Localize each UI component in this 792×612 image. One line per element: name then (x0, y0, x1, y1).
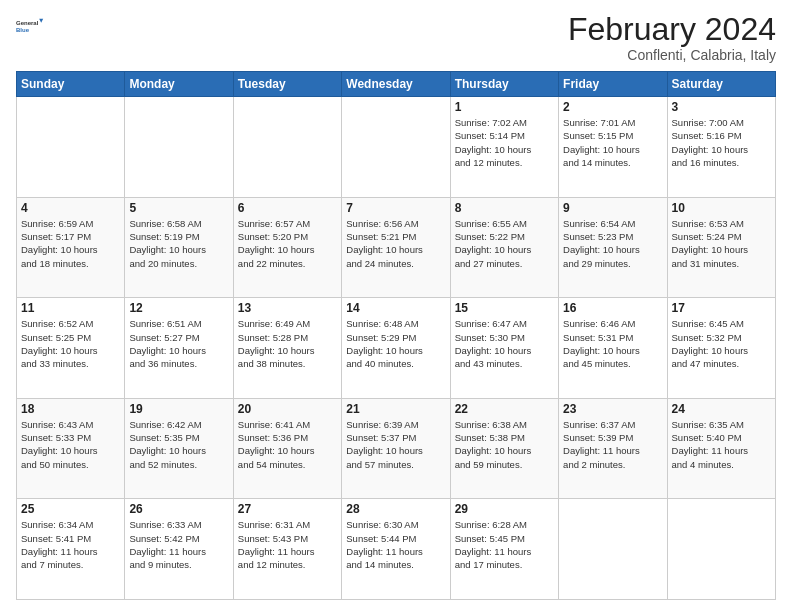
calendar-cell: 9Sunrise: 6:54 AM Sunset: 5:23 PM Daylig… (559, 197, 667, 298)
calendar-header-cell: Monday (125, 72, 233, 97)
day-number: 23 (563, 402, 662, 416)
calendar-cell: 13Sunrise: 6:49 AM Sunset: 5:28 PM Dayli… (233, 298, 341, 399)
day-number: 21 (346, 402, 445, 416)
calendar-week-row: 4Sunrise: 6:59 AM Sunset: 5:17 PM Daylig… (17, 197, 776, 298)
day-number: 9 (563, 201, 662, 215)
day-number: 20 (238, 402, 337, 416)
calendar-cell: 22Sunrise: 6:38 AM Sunset: 5:38 PM Dayli… (450, 398, 558, 499)
calendar-cell: 8Sunrise: 6:55 AM Sunset: 5:22 PM Daylig… (450, 197, 558, 298)
calendar-cell: 10Sunrise: 6:53 AM Sunset: 5:24 PM Dayli… (667, 197, 775, 298)
day-number: 7 (346, 201, 445, 215)
calendar-cell: 25Sunrise: 6:34 AM Sunset: 5:41 PM Dayli… (17, 499, 125, 600)
day-info: Sunrise: 6:33 AM Sunset: 5:42 PM Dayligh… (129, 518, 228, 571)
calendar-cell: 17Sunrise: 6:45 AM Sunset: 5:32 PM Dayli… (667, 298, 775, 399)
day-number: 12 (129, 301, 228, 315)
day-info: Sunrise: 6:56 AM Sunset: 5:21 PM Dayligh… (346, 217, 445, 270)
day-number: 22 (455, 402, 554, 416)
day-info: Sunrise: 6:43 AM Sunset: 5:33 PM Dayligh… (21, 418, 120, 471)
svg-marker-2 (39, 19, 43, 23)
calendar-cell: 12Sunrise: 6:51 AM Sunset: 5:27 PM Dayli… (125, 298, 233, 399)
page: General Blue February 2024 Conflenti, Ca… (0, 0, 792, 612)
day-info: Sunrise: 6:49 AM Sunset: 5:28 PM Dayligh… (238, 317, 337, 370)
day-number: 15 (455, 301, 554, 315)
calendar-cell: 5Sunrise: 6:58 AM Sunset: 5:19 PM Daylig… (125, 197, 233, 298)
calendar-cell: 14Sunrise: 6:48 AM Sunset: 5:29 PM Dayli… (342, 298, 450, 399)
day-info: Sunrise: 6:55 AM Sunset: 5:22 PM Dayligh… (455, 217, 554, 270)
calendar-header-cell: Sunday (17, 72, 125, 97)
calendar-cell: 4Sunrise: 6:59 AM Sunset: 5:17 PM Daylig… (17, 197, 125, 298)
logo-icon: General Blue (16, 12, 44, 40)
calendar-cell: 21Sunrise: 6:39 AM Sunset: 5:37 PM Dayli… (342, 398, 450, 499)
calendar-cell: 28Sunrise: 6:30 AM Sunset: 5:44 PM Dayli… (342, 499, 450, 600)
calendar-cell: 27Sunrise: 6:31 AM Sunset: 5:43 PM Dayli… (233, 499, 341, 600)
logo: General Blue (16, 12, 44, 40)
day-number: 26 (129, 502, 228, 516)
day-number: 10 (672, 201, 771, 215)
day-info: Sunrise: 6:45 AM Sunset: 5:32 PM Dayligh… (672, 317, 771, 370)
calendar-header-cell: Tuesday (233, 72, 341, 97)
calendar-cell: 1Sunrise: 7:02 AM Sunset: 5:14 PM Daylig… (450, 97, 558, 198)
day-number: 18 (21, 402, 120, 416)
calendar-cell: 3Sunrise: 7:00 AM Sunset: 5:16 PM Daylig… (667, 97, 775, 198)
calendar-cell: 6Sunrise: 6:57 AM Sunset: 5:20 PM Daylig… (233, 197, 341, 298)
calendar-cell: 24Sunrise: 6:35 AM Sunset: 5:40 PM Dayli… (667, 398, 775, 499)
day-info: Sunrise: 6:42 AM Sunset: 5:35 PM Dayligh… (129, 418, 228, 471)
day-info: Sunrise: 6:39 AM Sunset: 5:37 PM Dayligh… (346, 418, 445, 471)
day-number: 16 (563, 301, 662, 315)
calendar-cell: 15Sunrise: 6:47 AM Sunset: 5:30 PM Dayli… (450, 298, 558, 399)
calendar-cell: 29Sunrise: 6:28 AM Sunset: 5:45 PM Dayli… (450, 499, 558, 600)
day-number: 2 (563, 100, 662, 114)
day-number: 24 (672, 402, 771, 416)
calendar-cell (125, 97, 233, 198)
day-info: Sunrise: 6:51 AM Sunset: 5:27 PM Dayligh… (129, 317, 228, 370)
calendar-header-cell: Wednesday (342, 72, 450, 97)
main-title: February 2024 (568, 12, 776, 47)
calendar-cell (342, 97, 450, 198)
day-info: Sunrise: 6:54 AM Sunset: 5:23 PM Dayligh… (563, 217, 662, 270)
calendar-cell: 16Sunrise: 6:46 AM Sunset: 5:31 PM Dayli… (559, 298, 667, 399)
day-number: 11 (21, 301, 120, 315)
calendar-cell: 19Sunrise: 6:42 AM Sunset: 5:35 PM Dayli… (125, 398, 233, 499)
calendar-header-row: SundayMondayTuesdayWednesdayThursdayFrid… (17, 72, 776, 97)
svg-text:Blue: Blue (16, 27, 30, 33)
calendar-week-row: 25Sunrise: 6:34 AM Sunset: 5:41 PM Dayli… (17, 499, 776, 600)
day-number: 3 (672, 100, 771, 114)
day-info: Sunrise: 6:58 AM Sunset: 5:19 PM Dayligh… (129, 217, 228, 270)
day-info: Sunrise: 6:30 AM Sunset: 5:44 PM Dayligh… (346, 518, 445, 571)
calendar-table: SundayMondayTuesdayWednesdayThursdayFrid… (16, 71, 776, 600)
day-info: Sunrise: 7:02 AM Sunset: 5:14 PM Dayligh… (455, 116, 554, 169)
calendar-cell (233, 97, 341, 198)
calendar-cell (17, 97, 125, 198)
day-info: Sunrise: 7:00 AM Sunset: 5:16 PM Dayligh… (672, 116, 771, 169)
day-info: Sunrise: 6:35 AM Sunset: 5:40 PM Dayligh… (672, 418, 771, 471)
calendar-week-row: 11Sunrise: 6:52 AM Sunset: 5:25 PM Dayli… (17, 298, 776, 399)
day-number: 17 (672, 301, 771, 315)
day-info: Sunrise: 6:46 AM Sunset: 5:31 PM Dayligh… (563, 317, 662, 370)
day-info: Sunrise: 6:37 AM Sunset: 5:39 PM Dayligh… (563, 418, 662, 471)
subtitle: Conflenti, Calabria, Italy (568, 47, 776, 63)
calendar-cell: 7Sunrise: 6:56 AM Sunset: 5:21 PM Daylig… (342, 197, 450, 298)
calendar-cell: 20Sunrise: 6:41 AM Sunset: 5:36 PM Dayli… (233, 398, 341, 499)
day-number: 25 (21, 502, 120, 516)
calendar-cell: 2Sunrise: 7:01 AM Sunset: 5:15 PM Daylig… (559, 97, 667, 198)
day-info: Sunrise: 6:28 AM Sunset: 5:45 PM Dayligh… (455, 518, 554, 571)
calendar-cell: 26Sunrise: 6:33 AM Sunset: 5:42 PM Dayli… (125, 499, 233, 600)
day-info: Sunrise: 6:31 AM Sunset: 5:43 PM Dayligh… (238, 518, 337, 571)
calendar-header-cell: Thursday (450, 72, 558, 97)
calendar-cell: 11Sunrise: 6:52 AM Sunset: 5:25 PM Dayli… (17, 298, 125, 399)
calendar-cell (667, 499, 775, 600)
day-info: Sunrise: 6:34 AM Sunset: 5:41 PM Dayligh… (21, 518, 120, 571)
day-info: Sunrise: 6:59 AM Sunset: 5:17 PM Dayligh… (21, 217, 120, 270)
day-info: Sunrise: 6:52 AM Sunset: 5:25 PM Dayligh… (21, 317, 120, 370)
calendar-week-row: 18Sunrise: 6:43 AM Sunset: 5:33 PM Dayli… (17, 398, 776, 499)
title-block: February 2024 Conflenti, Calabria, Italy (568, 12, 776, 63)
svg-text:General: General (16, 20, 39, 26)
header: General Blue February 2024 Conflenti, Ca… (16, 12, 776, 63)
day-info: Sunrise: 6:47 AM Sunset: 5:30 PM Dayligh… (455, 317, 554, 370)
day-number: 27 (238, 502, 337, 516)
day-number: 29 (455, 502, 554, 516)
day-info: Sunrise: 7:01 AM Sunset: 5:15 PM Dayligh… (563, 116, 662, 169)
day-info: Sunrise: 6:57 AM Sunset: 5:20 PM Dayligh… (238, 217, 337, 270)
day-number: 19 (129, 402, 228, 416)
calendar-cell (559, 499, 667, 600)
